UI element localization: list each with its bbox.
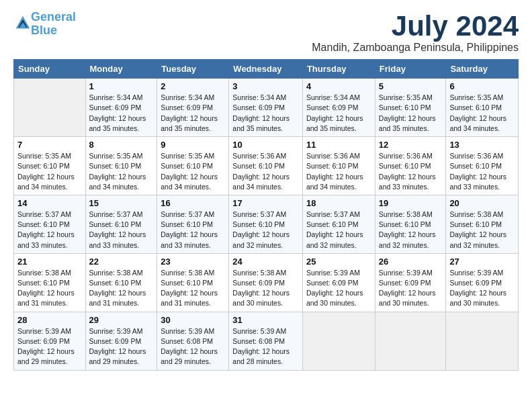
calendar-header-sunday: Sunday: [14, 60, 86, 79]
day-detail: Sunrise: 5:35 AM Sunset: 6:10 PM Dayligh…: [17, 151, 82, 192]
calendar-cell: 5Sunrise: 5:35 AM Sunset: 6:10 PM Daylig…: [375, 79, 446, 137]
page-title: July 2024: [312, 11, 519, 42]
day-detail: Sunrise: 5:39 AM Sunset: 6:09 PM Dayligh…: [17, 326, 82, 367]
calendar-cell: 17Sunrise: 5:37 AM Sunset: 6:10 PM Dayli…: [229, 195, 303, 253]
day-detail: Sunrise: 5:38 AM Sunset: 6:09 PM Dayligh…: [232, 268, 299, 309]
calendar-cell: [14, 79, 86, 137]
day-detail: Sunrise: 5:38 AM Sunset: 6:10 PM Dayligh…: [89, 268, 154, 309]
subtitle: Mandih, Zamboanga Peninsula, Philippines: [312, 42, 519, 54]
calendar-cell: 11Sunrise: 5:36 AM Sunset: 6:10 PM Dayli…: [302, 137, 375, 195]
calendar-cell: 10Sunrise: 5:36 AM Sunset: 6:10 PM Dayli…: [229, 137, 303, 195]
calendar-cell: 26Sunrise: 5:39 AM Sunset: 6:09 PM Dayli…: [375, 253, 446, 312]
calendar-cell: 1Sunrise: 5:34 AM Sunset: 6:09 PM Daylig…: [85, 79, 157, 137]
calendar-table: SundayMondayTuesdayWednesdayThursdayFrid…: [13, 59, 519, 370]
day-detail: Sunrise: 5:36 AM Sunset: 6:10 PM Dayligh…: [306, 151, 371, 192]
calendar-header-row: SundayMondayTuesdayWednesdayThursdayFrid…: [14, 60, 519, 79]
day-detail: Sunrise: 5:38 AM Sunset: 6:10 PM Dayligh…: [161, 268, 225, 309]
calendar-cell: 9Sunrise: 5:35 AM Sunset: 6:10 PM Daylig…: [157, 137, 229, 195]
day-number: 18: [306, 198, 371, 208]
calendar-cell: 3Sunrise: 5:34 AM Sunset: 6:09 PM Daylig…: [229, 79, 303, 137]
day-number: 29: [89, 315, 154, 325]
calendar-cell: [302, 312, 375, 370]
day-detail: Sunrise: 5:39 AM Sunset: 6:08 PM Dayligh…: [232, 326, 299, 367]
day-detail: Sunrise: 5:37 AM Sunset: 6:10 PM Dayligh…: [306, 210, 371, 250]
day-number: 17: [232, 198, 299, 208]
calendar-cell: 7Sunrise: 5:35 AM Sunset: 6:10 PM Daylig…: [14, 137, 86, 195]
logo-general: General: [31, 10, 76, 24]
calendar-cell: 16Sunrise: 5:37 AM Sunset: 6:10 PM Dayli…: [157, 195, 229, 253]
calendar-cell: 31Sunrise: 5:39 AM Sunset: 6:08 PM Dayli…: [229, 312, 303, 370]
title-block: July 2024 Mandih, Zamboanga Peninsula, P…: [312, 11, 519, 54]
calendar-cell: 22Sunrise: 5:38 AM Sunset: 6:10 PM Dayli…: [85, 253, 157, 312]
day-detail: Sunrise: 5:38 AM Sunset: 6:10 PM Dayligh…: [17, 268, 82, 309]
day-number: 24: [232, 257, 299, 267]
day-number: 16: [161, 198, 225, 208]
calendar-cell: 21Sunrise: 5:38 AM Sunset: 6:10 PM Dayli…: [14, 253, 86, 312]
day-number: 26: [379, 257, 443, 267]
calendar-cell: 19Sunrise: 5:38 AM Sunset: 6:10 PM Dayli…: [375, 195, 446, 253]
calendar-header-tuesday: Tuesday: [157, 60, 229, 79]
day-detail: Sunrise: 5:37 AM Sunset: 6:10 PM Dayligh…: [232, 210, 299, 250]
calendar-cell: 24Sunrise: 5:38 AM Sunset: 6:09 PM Dayli…: [229, 253, 303, 312]
day-number: 20: [449, 198, 515, 208]
calendar-header-saturday: Saturday: [446, 60, 519, 79]
day-number: 6: [449, 81, 515, 91]
day-detail: Sunrise: 5:39 AM Sunset: 6:09 PM Dayligh…: [306, 268, 371, 309]
calendar-cell: 23Sunrise: 5:38 AM Sunset: 6:10 PM Dayli…: [157, 253, 229, 312]
calendar-cell: [375, 312, 446, 370]
day-detail: Sunrise: 5:34 AM Sunset: 6:09 PM Dayligh…: [89, 93, 154, 134]
day-number: 1: [89, 81, 154, 91]
day-detail: Sunrise: 5:36 AM Sunset: 6:10 PM Dayligh…: [232, 151, 299, 192]
calendar-week-row: 28Sunrise: 5:39 AM Sunset: 6:09 PM Dayli…: [14, 312, 519, 370]
calendar-cell: 2Sunrise: 5:34 AM Sunset: 6:09 PM Daylig…: [157, 79, 229, 137]
calendar-cell: 13Sunrise: 5:36 AM Sunset: 6:10 PM Dayli…: [446, 137, 519, 195]
day-detail: Sunrise: 5:35 AM Sunset: 6:10 PM Dayligh…: [379, 93, 443, 134]
day-number: 22: [89, 257, 154, 267]
calendar-cell: 18Sunrise: 5:37 AM Sunset: 6:10 PM Dayli…: [302, 195, 375, 253]
calendar-week-row: 14Sunrise: 5:37 AM Sunset: 6:10 PM Dayli…: [14, 195, 519, 253]
day-number: 28: [17, 315, 82, 325]
day-detail: Sunrise: 5:35 AM Sunset: 6:10 PM Dayligh…: [89, 151, 154, 192]
calendar-cell: 30Sunrise: 5:39 AM Sunset: 6:08 PM Dayli…: [157, 312, 229, 370]
day-number: 30: [161, 315, 225, 325]
day-number: 2: [161, 81, 225, 91]
day-detail: Sunrise: 5:34 AM Sunset: 6:09 PM Dayligh…: [232, 93, 299, 134]
calendar-week-row: 1Sunrise: 5:34 AM Sunset: 6:09 PM Daylig…: [14, 79, 519, 137]
day-detail: Sunrise: 5:38 AM Sunset: 6:10 PM Dayligh…: [449, 210, 515, 250]
day-detail: Sunrise: 5:36 AM Sunset: 6:10 PM Dayligh…: [379, 151, 443, 192]
day-detail: Sunrise: 5:34 AM Sunset: 6:09 PM Dayligh…: [161, 93, 225, 134]
day-number: 15: [89, 198, 154, 208]
day-detail: Sunrise: 5:35 AM Sunset: 6:10 PM Dayligh…: [161, 151, 225, 192]
logo-blue: Blue: [31, 24, 57, 37]
day-number: 5: [379, 81, 443, 91]
calendar-header-monday: Monday: [85, 60, 157, 79]
calendar-cell: 6Sunrise: 5:35 AM Sunset: 6:10 PM Daylig…: [446, 79, 519, 137]
logo: General Blue: [13, 11, 76, 38]
day-detail: Sunrise: 5:34 AM Sunset: 6:09 PM Dayligh…: [306, 93, 371, 134]
day-detail: Sunrise: 5:37 AM Sunset: 6:10 PM Dayligh…: [161, 210, 225, 250]
calendar-header-wednesday: Wednesday: [229, 60, 303, 79]
day-number: 31: [232, 315, 299, 325]
calendar-cell: 4Sunrise: 5:34 AM Sunset: 6:09 PM Daylig…: [302, 79, 375, 137]
calendar-header-friday: Friday: [375, 60, 446, 79]
day-detail: Sunrise: 5:39 AM Sunset: 6:09 PM Dayligh…: [89, 326, 154, 367]
day-number: 14: [17, 198, 82, 208]
logo-text: General Blue: [31, 11, 76, 38]
calendar-cell: 15Sunrise: 5:37 AM Sunset: 6:10 PM Dayli…: [85, 195, 157, 253]
day-number: 3: [232, 81, 299, 91]
day-number: 27: [449, 257, 515, 267]
day-detail: Sunrise: 5:39 AM Sunset: 6:09 PM Dayligh…: [449, 268, 515, 309]
calendar-cell: 14Sunrise: 5:37 AM Sunset: 6:10 PM Dayli…: [14, 195, 86, 253]
day-number: 12: [379, 140, 443, 150]
day-number: 21: [17, 257, 82, 267]
day-detail: Sunrise: 5:38 AM Sunset: 6:10 PM Dayligh…: [379, 210, 443, 250]
calendar-cell: 8Sunrise: 5:35 AM Sunset: 6:10 PM Daylig…: [85, 137, 157, 195]
calendar-cell: 25Sunrise: 5:39 AM Sunset: 6:09 PM Dayli…: [302, 253, 375, 312]
day-detail: Sunrise: 5:37 AM Sunset: 6:10 PM Dayligh…: [89, 210, 154, 250]
page-header: General Blue July 2024 Mandih, Zamboanga…: [13, 11, 519, 54]
calendar-cell: 28Sunrise: 5:39 AM Sunset: 6:09 PM Dayli…: [14, 312, 86, 370]
day-number: 4: [306, 81, 371, 91]
day-number: 11: [306, 140, 371, 150]
day-detail: Sunrise: 5:39 AM Sunset: 6:09 PM Dayligh…: [379, 268, 443, 309]
day-number: 13: [449, 140, 515, 150]
